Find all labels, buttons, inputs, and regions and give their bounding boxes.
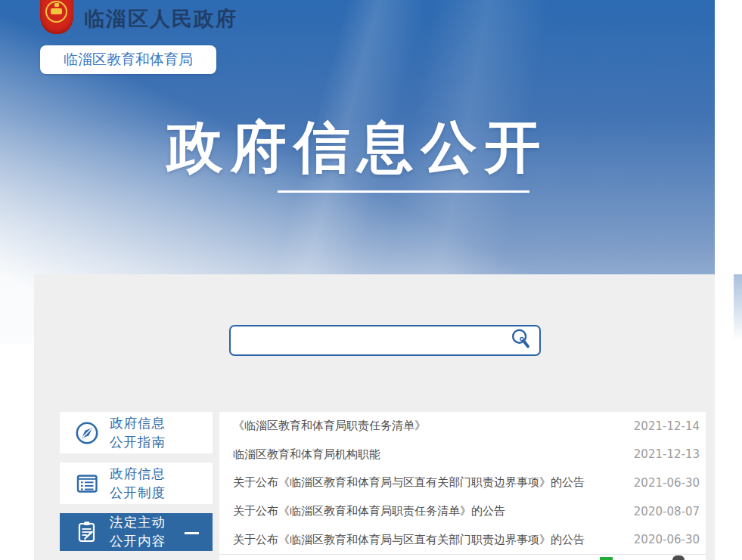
article-row[interactable]: 临淄区教育和体育局机构职能 2021-12-13 (219, 441, 706, 469)
article-title[interactable]: 《临淄区教育和体育局职责任务清单》 (233, 419, 426, 433)
sidebar-item-rules[interactable]: 政府信息 公开制度 (60, 463, 213, 504)
sidebar-item-guide[interactable]: 政府信息 公开指南 (60, 412, 213, 453)
sidebar-item-label: 公开制度 (110, 484, 166, 503)
article-date: 2021-12-14 (634, 419, 700, 433)
search-icon (509, 327, 533, 354)
list-separator (219, 554, 706, 555)
search-bar (229, 325, 541, 356)
sidebar-item-disclosure[interactable]: 法定主动 公开内容 (60, 513, 213, 551)
article-list: 《临淄区教育和体育局职责任务清单》 2021-12-14 临淄区教育和体育局机构… (219, 412, 706, 560)
site-logo-row: 临淄区人民政府 (40, 0, 238, 34)
sidebar-item-label: 公开内容 (110, 532, 166, 551)
sidebar-nav: 政府信息 公开指南 (60, 412, 213, 560)
clipboard-pen-icon (73, 518, 101, 546)
national-emblem-icon (40, 0, 73, 34)
sidebar-item-label: 政府信息 (110, 465, 166, 484)
article-date: 2021-06-30 (634, 476, 700, 490)
page-title: 政府信息公开 (0, 110, 715, 186)
icon-fragment (672, 555, 685, 560)
background-fade (734, 274, 742, 344)
wechat-icon-fragment (600, 557, 613, 560)
emblem-gate (51, 8, 62, 14)
emblem-star (54, 3, 59, 7)
main-content: 政府信息 公开指南 (34, 274, 734, 560)
ledger-icon (73, 470, 101, 497)
article-title[interactable]: 关于公布《临淄区教育和体育局与区直有关部门职责边界事项》的公告 (233, 533, 585, 547)
sidebar-item-label: 法定主动 (110, 513, 166, 532)
article-row[interactable]: 关于公布《临淄区教育和体育局与区直有关部门职责边界事项》的公告 2021-06-… (219, 469, 706, 497)
search-input[interactable] (231, 326, 509, 354)
article-row[interactable]: 《临淄区教育和体育局职责任务清单》 2021-12-14 (219, 412, 706, 441)
sidebar-item-label: 公开指南 (110, 433, 166, 452)
department-tab[interactable]: 临淄区教育和体育局 (40, 45, 216, 74)
compass-icon (73, 419, 101, 447)
article-title[interactable]: 临淄区教育和体育局机构职能 (233, 447, 380, 462)
sidebar-item-label: 政府信息 (110, 414, 166, 433)
article-date: 2020-06-30 (634, 533, 700, 546)
article-row[interactable]: 关于公布《临淄区教育和体育局职责任务清单》的公告 2020-08-07 (219, 497, 706, 526)
article-title[interactable]: 关于公布《临淄区教育和体育局与区直有关部门职责边界事项》的公告 (233, 475, 585, 490)
article-title[interactable]: 关于公布《临淄区教育和体育局职责任务清单》的公告 (233, 504, 505, 518)
page: 临淄区人民政府 临淄区教育和体育局 政府信息公开 (0, 0, 742, 560)
right-margin (715, 0, 742, 560)
article-date: 2020-08-07 (634, 505, 700, 518)
article-date: 2021-12-13 (634, 447, 700, 461)
minus-icon[interactable] (185, 532, 199, 534)
search-button[interactable] (509, 327, 539, 354)
site-title: 临淄区人民政府 (84, 5, 238, 32)
title-underline-decoration (278, 190, 529, 193)
article-row[interactable]: 关于公布《临淄区教育和体育局与区直有关部门职责边界事项》的公告 2020-06-… (219, 525, 706, 554)
